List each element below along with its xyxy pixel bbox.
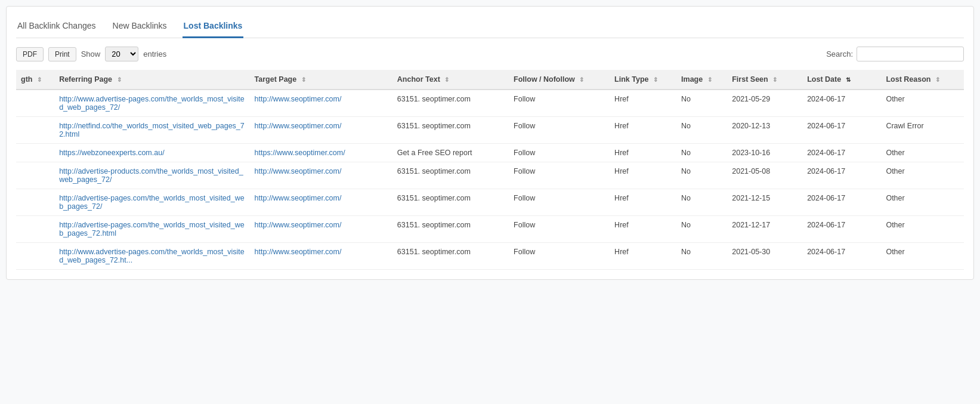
link-referring[interactable]: http://netfind.co/the_worlds_most_visite… — [59, 122, 245, 138]
cell-target[interactable]: http://www.seoptimer.com/ — [250, 216, 392, 243]
table-row: http://advertise-pages.com/the_worlds_mo… — [16, 189, 964, 216]
cell-target[interactable]: http://www.seoptimer.com/ — [250, 189, 392, 216]
col-header-image[interactable]: Image ⇕ — [676, 70, 727, 90]
cell-target[interactable]: https://www.seoptimer.com/ — [250, 144, 392, 162]
col-header-firstseen[interactable]: First Seen ⇕ — [727, 70, 802, 90]
table-row: http://www.advertise-pages.com/the_world… — [16, 243, 964, 270]
cell-strength — [16, 243, 54, 270]
link-referring[interactable]: http://advertise-products.com/the_worlds… — [59, 167, 245, 184]
link-target[interactable]: http://www.seoptimer.com/ — [255, 95, 388, 103]
cell-follow: Follow — [509, 90, 610, 117]
cell-anchor: 63151. seoptimer.com — [392, 189, 509, 216]
link-referring[interactable]: https://webzoneexperts.com.au/ — [59, 149, 245, 157]
cell-strength — [16, 90, 54, 117]
cell-strength — [16, 216, 54, 243]
tab-new-backlinks[interactable]: New Backlinks — [112, 16, 168, 38]
col-header-target[interactable]: Target Page ⇕ — [250, 70, 392, 90]
cell-follow: Follow — [509, 144, 610, 162]
table-row: http://advertise-pages.com/the_worlds_mo… — [16, 216, 964, 243]
cell-linktype: Href — [610, 90, 676, 117]
link-target[interactable]: http://www.seoptimer.com/ — [255, 248, 388, 256]
cell-anchor: 63151. seoptimer.com — [392, 117, 509, 144]
link-referring[interactable]: http://advertise-pages.com/the_worlds_mo… — [59, 194, 245, 211]
cell-linktype: Href — [610, 117, 676, 144]
cell-firstseen: 2021-12-17 — [727, 216, 802, 243]
cell-image: No — [676, 162, 727, 189]
cell-target[interactable]: http://www.seoptimer.com/ — [250, 243, 392, 270]
cell-lostreason: Other — [881, 243, 964, 270]
cell-referring[interactable]: http://netfind.co/the_worlds_most_visite… — [54, 117, 249, 144]
cell-strength — [16, 144, 54, 162]
cell-target[interactable]: http://www.seoptimer.com/ — [250, 162, 392, 189]
entries-label: entries — [143, 50, 166, 58]
sort-icon-linktype: ⇕ — [653, 76, 658, 83]
cell-target[interactable]: http://www.seoptimer.com/ — [250, 90, 392, 117]
cell-anchor: 63151. seoptimer.com — [392, 216, 509, 243]
search-label: Search: — [826, 50, 853, 58]
cell-referring[interactable]: http://advertise-pages.com/the_worlds_mo… — [54, 189, 249, 216]
pdf-button[interactable]: PDF — [16, 47, 44, 61]
cell-linktype: Href — [610, 243, 676, 270]
cell-referring[interactable]: http://www.advertise-pages.com/the_world… — [54, 90, 249, 117]
col-header-referring[interactable]: Referring Page ⇕ — [54, 70, 249, 90]
cell-firstseen: 2021-05-08 — [727, 162, 802, 189]
sort-icon-lostreason: ⇕ — [935, 76, 940, 83]
toolbar: PDF Print Show 10 20 50 100 entries Sear… — [16, 47, 964, 61]
cell-lostdate: 2024-06-17 — [802, 243, 881, 270]
sort-icon-target: ⇕ — [301, 76, 306, 83]
cell-image: No — [676, 243, 727, 270]
cell-firstseen: 2023-10-16 — [727, 144, 802, 162]
col-header-strength[interactable]: gth ⇕ — [16, 70, 54, 90]
cell-image: No — [676, 144, 727, 162]
cell-anchor: 63151. seoptimer.com — [392, 162, 509, 189]
link-target[interactable]: http://www.seoptimer.com/ — [255, 221, 388, 229]
link-referring[interactable]: http://www.advertise-pages.com/the_world… — [59, 95, 245, 112]
cell-firstseen: 2020-12-13 — [727, 117, 802, 144]
col-header-anchor[interactable]: Anchor Text ⇕ — [392, 70, 509, 90]
col-header-linktype[interactable]: Link Type ⇕ — [610, 70, 676, 90]
link-target[interactable]: http://www.seoptimer.com/ — [255, 194, 388, 202]
table-header-row: gth ⇕ Referring Page ⇕ Target Page ⇕ Anc… — [16, 70, 964, 90]
sort-icon-firstseen: ⇕ — [772, 76, 777, 83]
link-target[interactable]: http://www.seoptimer.com/ — [255, 167, 388, 175]
cell-referring[interactable]: http://www.advertise-pages.com/the_world… — [54, 243, 249, 270]
tab-all-backlink-changes[interactable]: All Backlink Changes — [16, 16, 97, 38]
cell-linktype: Href — [610, 144, 676, 162]
cell-lostdate: 2024-06-17 — [802, 117, 881, 144]
col-header-lostdate[interactable]: Lost Date ⇅ — [802, 70, 881, 90]
cell-image: No — [676, 189, 727, 216]
print-button[interactable]: Print — [48, 47, 76, 61]
link-referring[interactable]: http://advertise-pages.com/the_worlds_mo… — [59, 221, 245, 238]
cell-referring[interactable]: http://advertise-pages.com/the_worlds_mo… — [54, 216, 249, 243]
link-referring[interactable]: http://www.advertise-pages.com/the_world… — [59, 248, 245, 264]
cell-linktype: Href — [610, 189, 676, 216]
cell-follow: Follow — [509, 117, 610, 144]
cell-firstseen: 2021-05-29 — [727, 90, 802, 117]
table-row: http://netfind.co/the_worlds_most_visite… — [16, 117, 964, 144]
cell-firstseen: 2021-12-15 — [727, 189, 802, 216]
cell-target[interactable]: http://www.seoptimer.com/ — [250, 117, 392, 144]
cell-follow: Follow — [509, 216, 610, 243]
cell-lostreason: Other — [881, 144, 964, 162]
cell-follow: Follow — [509, 243, 610, 270]
col-header-lostreason[interactable]: Lost Reason ⇕ — [881, 70, 964, 90]
search-input[interactable] — [857, 47, 964, 61]
cell-linktype: Href — [610, 162, 676, 189]
entries-select[interactable]: 10 20 50 100 — [105, 47, 138, 61]
sort-icon-image: ⇕ — [707, 76, 712, 83]
cell-lostreason: Other — [881, 216, 964, 243]
cell-image: No — [676, 216, 727, 243]
backlinks-table: gth ⇕ Referring Page ⇕ Target Page ⇕ Anc… — [16, 70, 964, 270]
cell-lostreason: Crawl Error — [881, 117, 964, 144]
cell-strength — [16, 117, 54, 144]
table-row: https://webzoneexperts.com.au/https://ww… — [16, 144, 964, 162]
table-row: http://advertise-products.com/the_worlds… — [16, 162, 964, 189]
cell-referring[interactable]: http://advertise-products.com/the_worlds… — [54, 162, 249, 189]
link-target[interactable]: https://www.seoptimer.com/ — [255, 149, 388, 157]
sort-icon-anchor: ⇕ — [444, 76, 449, 83]
col-header-follow[interactable]: Follow / Nofollow ⇕ — [509, 70, 610, 90]
cell-lostdate: 2024-06-17 — [802, 216, 881, 243]
tab-lost-backlinks[interactable]: Lost Backlinks — [183, 16, 244, 38]
cell-referring[interactable]: https://webzoneexperts.com.au/ — [54, 144, 249, 162]
link-target[interactable]: http://www.seoptimer.com/ — [255, 122, 388, 130]
